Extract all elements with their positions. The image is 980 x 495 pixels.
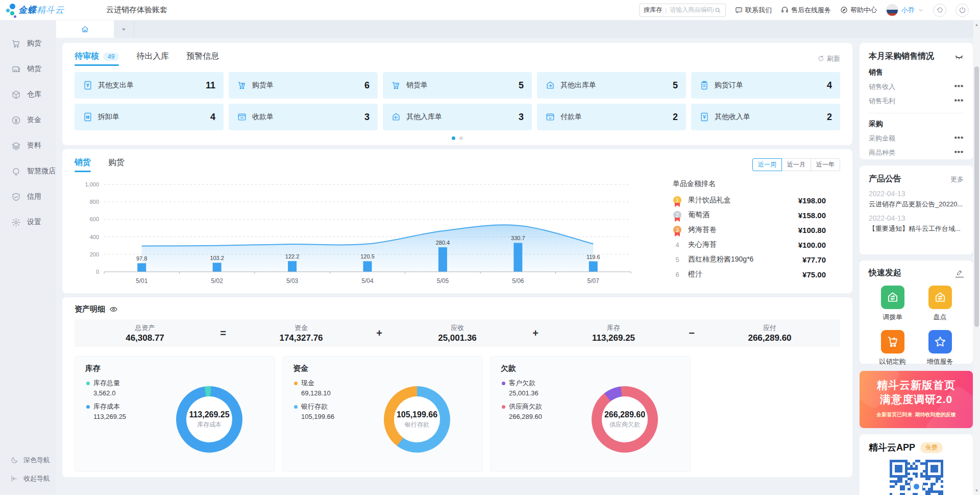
donut-card-库存: 库存库存总量3,562.0库存成本113,269.25113,269.25库存成… — [75, 356, 275, 472]
ranking-item-amount: ¥75.00 — [802, 270, 826, 279]
todo-card-其他入库单[interactable]: 其他入库单3 — [383, 104, 532, 130]
medal-icon: 3 — [673, 226, 681, 234]
sidebar-item-设置[interactable]: 设置 — [0, 209, 56, 235]
todo-tab-预警信息[interactable]: 预警信息 — [186, 51, 219, 66]
scrollbar-thumb[interactable] — [974, 66, 979, 327]
user-menu[interactable]: 小乔 — [886, 4, 924, 16]
todo-card-购货订单[interactable]: 购货订单4 — [691, 72, 840, 99]
tab-home[interactable] — [56, 20, 114, 38]
announcements-more-link[interactable]: 更多 — [950, 175, 964, 184]
range-button-近一年[interactable]: 近一年 — [811, 158, 840, 171]
todo-card-label: 收款单 — [252, 112, 364, 122]
ranking-item-name: 西红柿意粉酱190g*6 — [688, 255, 802, 264]
scrollbar-down-arrow[interactable]: ▼ — [973, 487, 980, 494]
ranking-row[interactable]: 2葡萄酒¥158.00 — [673, 210, 826, 220]
todo-card-count: 6 — [364, 80, 370, 91]
quick-launch-以销定购[interactable]: 以销定购 — [879, 330, 906, 366]
donut-center-label: 供应商欠款 — [609, 420, 640, 429]
chart-tab-label: 购货 — [108, 157, 125, 168]
refresh-button[interactable]: 刷新 — [818, 54, 840, 63]
sidebar-item-资金[interactable]: 资金 — [0, 107, 56, 133]
edit-pencil-icon[interactable] — [955, 269, 964, 277]
search-scope-label[interactable]: 搜库存 — [644, 6, 662, 14]
search-icon[interactable] — [714, 7, 721, 14]
survey-banner[interactable]: 精斗云新版首页 满意度调研2.0 全新首页已到来 期待收到您的反馈 — [860, 371, 973, 428]
chart-tab-销货[interactable]: 销货 — [75, 157, 91, 172]
banner-line1: 精斗云新版首页 — [860, 378, 973, 392]
donut-card-title: 资金 — [283, 357, 482, 373]
inventory-search-input[interactable]: 搜库存 | 请输入商品编码或名称 — [639, 4, 726, 17]
receipt-card-icon — [237, 112, 247, 122]
sidebar-item-label: 销货 — [27, 64, 41, 74]
range-button-近一月[interactable]: 近一月 — [781, 158, 811, 171]
ranking-row[interactable]: 4夹心海苔¥100.00 — [673, 240, 826, 249]
todo-card-其他收入单[interactable]: 其他收入单2 — [691, 104, 840, 130]
header-link-售后在线服务[interactable]: 售后在线服务 — [781, 6, 831, 15]
medal-icon: 2 — [673, 211, 681, 219]
history-back-button[interactable] — [933, 4, 946, 17]
svg-text:5/05: 5/05 — [437, 277, 449, 285]
sidebar-item-购货[interactable]: 购货 — [0, 31, 56, 56]
page-scrollbar[interactable]: ▲ ▼ — [973, 20, 980, 495]
todo-card-其他支出单[interactable]: 其他支出单11 — [75, 72, 224, 99]
sidebar-item-资料[interactable]: 资料 — [0, 133, 56, 158]
header-link-联系我们[interactable]: 联系我们 — [735, 6, 772, 15]
header-link-帮助中心[interactable]: 帮助中心 — [840, 6, 877, 15]
avatar[interactable] — [886, 4, 898, 16]
search-placeholder: 请输入商品编码或名称 — [670, 6, 714, 14]
quick-launch-盘点[interactable]: 盘点 — [928, 286, 952, 322]
header-links: 联系我们售后在线服务帮助中心 — [735, 6, 877, 15]
sidebar-footer-收起导航[interactable]: 收起导航 — [0, 472, 56, 486]
todo-card-付款单[interactable]: 付款单2 — [537, 104, 686, 130]
monthly-title: 本月采购销售情况 — [869, 51, 934, 62]
todo-tab-待审核[interactable]: 待审核49 — [75, 51, 119, 66]
donut-center: 113,269.25库存成本 — [176, 386, 242, 453]
quick-launch-panel: 快速发起 调拨单盘点以销定购增值服务 — [860, 261, 973, 364]
carousel-dot[interactable] — [459, 136, 463, 140]
todo-card-销货单[interactable]: 销货单5 — [383, 72, 532, 99]
quick-launch-调拨单[interactable]: 调拨单 — [881, 286, 904, 322]
home-icon — [81, 25, 89, 34]
search-divider: | — [665, 7, 667, 14]
sidebar-footer-深色导航[interactable]: 深色导航 — [0, 453, 56, 467]
sidebar-item-销货[interactable]: 销货 — [0, 56, 56, 82]
svg-text:5/03: 5/03 — [286, 277, 299, 285]
announcement-item[interactable]: 2022-04-13云进销存产品更新公告_20220... — [869, 190, 964, 209]
donut-chart-资金: 105,199.66银行存款 — [384, 386, 450, 453]
eye-open-icon[interactable] — [109, 305, 118, 314]
clipboard-icon — [699, 80, 709, 90]
announcement-item[interactable]: 2022-04-13【重要通知】精斗云工作台域... — [869, 214, 964, 233]
sales-combo-chart: 02004006008001,00097.8103.2122.2120.5280… — [75, 177, 667, 287]
legend-label: 现金 — [301, 379, 314, 388]
todo-tab-待出入库[interactable]: 待出入库 — [136, 51, 169, 66]
ranking-row[interactable]: 6橙汁¥75.00 — [673, 270, 826, 279]
todo-card-收款单[interactable]: 收款单3 — [229, 104, 378, 130]
sidebar-item-智慧微店[interactable]: 智慧微店 — [0, 158, 56, 184]
ranking-row[interactable]: 1果汁饮品礼盒¥198.00 — [673, 196, 826, 205]
todo-card-拆卸单[interactable]: 拆卸单4 — [75, 104, 224, 130]
todo-card-其他出库单[interactable]: 其他出库单5 — [537, 72, 686, 99]
quick-launch-增值服务[interactable]: 增值服务 — [927, 330, 953, 366]
ranking-row[interactable]: 5西红柿意粉酱190g*6¥77.70 — [673, 255, 826, 264]
top-header: 金蝶 精斗云 云进销存体验账套 搜库存 | 请输入商品编码或名称 联系我们售后在… — [0, 0, 980, 20]
sidebar-item-仓库[interactable]: 仓库 — [0, 82, 56, 107]
sidebar-item-信用[interactable]: 信用 — [0, 184, 56, 209]
logout-button[interactable] — [955, 4, 969, 17]
carousel-dot-active[interactable] — [452, 136, 455, 140]
eye-closed-icon[interactable] — [954, 52, 964, 61]
brand-logo[interactable]: 金蝶 精斗云 — [5, 3, 87, 18]
header-link-label: 帮助中心 — [850, 6, 877, 15]
legend-color-dot — [86, 405, 90, 409]
chart-tab-购货[interactable]: 购货 — [108, 157, 125, 172]
ranking-row[interactable]: 3烤海苔卷¥100.80 — [673, 225, 826, 234]
tab-list-dropdown[interactable] — [114, 20, 134, 38]
help-icon — [840, 6, 848, 14]
todo-card-购货单[interactable]: 购货单6 — [229, 72, 378, 99]
todo-card-label: 购货订单 — [715, 81, 827, 90]
monthly-section-采购: 采购 — [869, 120, 964, 129]
sidebar-item-label: 仓库 — [27, 90, 41, 99]
range-button-近一周[interactable]: 近一周 — [752, 158, 782, 171]
scrollbar-up-arrow[interactable]: ▲ — [973, 21, 980, 28]
donut-card-欠款: 欠款客户欠款25,001.36供应商欠款266,289.60266,289.60… — [490, 356, 691, 472]
moon-icon — [10, 456, 18, 464]
